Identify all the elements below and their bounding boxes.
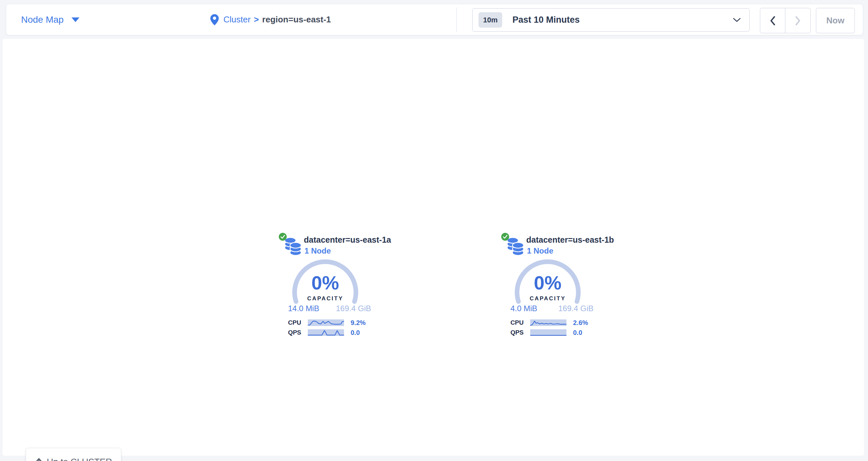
- view-selector-label: Node Map: [21, 14, 64, 25]
- cpu-stat-row: CPU 2.6%: [508, 319, 588, 326]
- up-to-cluster-label: Up to CLUSTER: [47, 457, 112, 461]
- chevron-right-icon: [795, 16, 801, 26]
- header-bar: Node Map Cluster > region=us-east-1 10m …: [6, 4, 863, 35]
- capacity-percent: 0%: [534, 273, 561, 292]
- capacity-gauge: 0% CAPACITY: [512, 256, 584, 329]
- breadcrumb-cluster-link[interactable]: Cluster: [223, 14, 250, 25]
- qps-stat-row: QPS 0.0: [508, 329, 582, 336]
- locality-card[interactable]: datacenter=us-east-1b 1 Node 0% CAPACITY…: [3, 39, 864, 456]
- status-check-icon: [501, 233, 509, 241]
- now-button[interactable]: Now: [816, 8, 855, 33]
- qps-label: QPS: [508, 329, 524, 336]
- status-check-icon: [279, 233, 287, 241]
- location-pin-icon: [210, 14, 219, 25]
- qps-sparkline: [530, 329, 566, 336]
- qps-value: 0.0: [573, 329, 582, 336]
- cpu-label: CPU: [508, 319, 524, 326]
- breadcrumb-separator: >: [254, 14, 259, 25]
- capacity-labels: 4.0 MiB 169.4 GiB: [510, 304, 593, 314]
- arrow-up-icon: [35, 458, 43, 461]
- time-prev-button[interactable]: [760, 8, 785, 33]
- cpu-sparkline: [530, 320, 566, 326]
- caret-down-icon: [71, 18, 80, 22]
- view-selector-dropdown[interactable]: Node Map: [21, 4, 80, 35]
- time-range-label: Past 10 Minutes: [513, 15, 733, 25]
- locality-node-count: 1 Node: [527, 246, 553, 256]
- cpu-value: 2.6%: [573, 319, 588, 327]
- capacity-used: 4.0 MiB: [510, 304, 537, 314]
- chevron-left-icon: [770, 16, 776, 26]
- capacity-caption: CAPACITY: [530, 295, 566, 302]
- time-range-badge: 10m: [478, 12, 502, 28]
- now-button-label: Now: [827, 15, 845, 26]
- database-stack-icon: [506, 237, 524, 256]
- locality-name: datacenter=us-east-1b: [526, 235, 614, 245]
- time-next-button[interactable]: [785, 8, 810, 33]
- chevron-down-icon: [733, 18, 741, 22]
- capacity-available: 169.4 GiB: [558, 304, 593, 314]
- time-nav-group: [760, 8, 811, 33]
- node-map-canvas: datacenter=us-east-1a 1 Node 0% CAPACITY…: [3, 39, 864, 456]
- time-range-selector[interactable]: 10m Past 10 Minutes: [472, 8, 750, 32]
- up-to-cluster-button[interactable]: Up to CLUSTER: [26, 448, 121, 461]
- breadcrumb: Cluster > region=us-east-1: [210, 4, 331, 35]
- breadcrumb-current-locality: region=us-east-1: [262, 14, 331, 25]
